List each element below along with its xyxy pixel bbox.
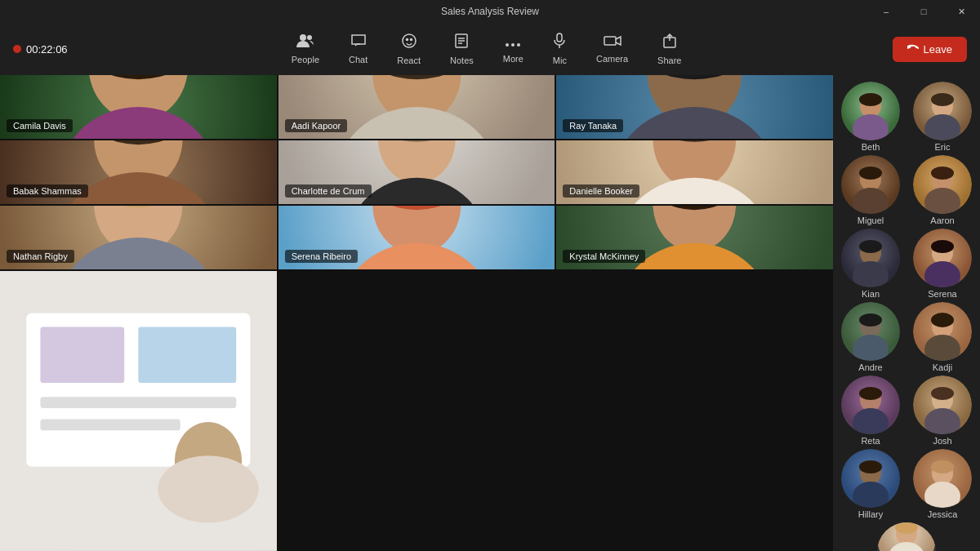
svg-point-95 [931, 387, 954, 400]
share-button[interactable]: Share [646, 28, 693, 70]
aadi-name: Aadi Kapoor [285, 119, 348, 132]
kian-name: Kian [862, 289, 880, 299]
ray-name: Ray Tanaka [563, 119, 623, 132]
svg-rect-52 [40, 398, 236, 409]
share-label: Share [657, 56, 681, 65]
video-cell-danielle[interactable]: Danielle Booker [556, 140, 833, 204]
notes-icon [454, 33, 469, 53]
more-icon [505, 34, 521, 51]
chat-label: Chat [349, 55, 368, 64]
sidebar-row-5: Reta Josh [836, 375, 977, 446]
babak-name: Babak Shammas [7, 184, 88, 198]
svg-point-55 [158, 455, 258, 522]
sidebar-participant-josh[interactable]: Josh [908, 375, 977, 446]
svg-point-3 [406, 39, 408, 41]
kian-avatar [841, 229, 900, 287]
screen-share-video [0, 271, 277, 551]
svg-point-0 [300, 34, 306, 41]
svg-point-7 [511, 43, 514, 47]
serena-name: Serena Ribeiro [285, 250, 358, 263]
andre-avatar [841, 302, 900, 361]
video-cell-krystal[interactable]: Krystal McKinney [556, 206, 833, 269]
sidebar-participant-kadji[interactable]: Kadji [908, 302, 977, 372]
sidebar-participant-miguel[interactable]: Miguel [836, 155, 905, 225]
leave-button[interactable]: Leave [893, 37, 967, 62]
close-button[interactable]: ✕ [942, 0, 980, 23]
share-icon [662, 33, 677, 53]
svg-point-103 [931, 460, 954, 473]
miguel-photo [841, 155, 900, 214]
window-title: Sales Analysis Review [441, 6, 539, 17]
recording-dot [13, 45, 21, 53]
sidebar-participant-reta[interactable]: Reta [836, 375, 905, 446]
svg-point-59 [859, 93, 882, 106]
people-button[interactable]: People [280, 29, 331, 69]
svg-point-63 [931, 93, 954, 106]
sidebar-row-4: Andre Kadji [836, 302, 977, 372]
sidebar-participant-kian[interactable]: Kian [836, 229, 905, 299]
svg-point-79 [931, 240, 954, 253]
eric-avatar [913, 82, 972, 140]
eric-name: Eric [935, 142, 951, 152]
serena-s-name: Serena [928, 289, 956, 299]
minimize-button[interactable]: – [867, 0, 905, 23]
sidebar-participant-beth[interactable]: Beth [836, 82, 905, 152]
toolbar-center: People Chat React Notes More [81, 28, 893, 70]
sidebar-participant-serena-s[interactable]: Serena [908, 229, 977, 299]
video-cell-screen[interactable] [0, 271, 277, 551]
sidebar-participant-eric[interactable]: Eric [908, 82, 977, 152]
krystal-name: Krystal McKinney [563, 250, 645, 263]
eric-photo [913, 82, 972, 140]
toolbar: 00:22:06 People Chat React Notes [0, 23, 980, 75]
svg-rect-10 [604, 37, 616, 45]
notes-label: Notes [450, 56, 474, 65]
react-icon [401, 33, 417, 53]
more-button[interactable]: More [492, 29, 535, 69]
video-cell-charlotte[interactable]: Charlotte de Crum [278, 140, 555, 204]
video-cell-camila[interactable]: Camila Davis [0, 75, 277, 139]
sidebar-participant-aaron[interactable]: Aaron [908, 155, 977, 225]
mic-button[interactable]: Mic [541, 28, 578, 70]
beth-name: Beth [862, 142, 880, 152]
svg-point-75 [859, 240, 882, 253]
camera-button[interactable]: Camera [585, 29, 639, 69]
sidebar: Beth Eric [833, 75, 980, 551]
sidebar-participant-andre[interactable]: Andre [836, 302, 905, 372]
kian-photo [841, 229, 900, 287]
sidebar-participant-jessica[interactable]: Jessica [908, 449, 977, 519]
video-cell-aadi[interactable]: Aadi Kapoor [278, 75, 555, 139]
camila-name: Camila Davis [7, 119, 73, 132]
beth-avatar [841, 82, 900, 140]
aaron-photo [913, 155, 972, 214]
notes-button[interactable]: Notes [439, 28, 485, 70]
timer-display: 00:22:06 [26, 43, 68, 56]
video-cell-nathan[interactable]: Nathan Rigby [0, 206, 277, 269]
chat-button[interactable]: Chat [337, 29, 379, 69]
jessica-avatar [913, 449, 972, 508]
camera-icon [604, 34, 621, 51]
reta-avatar [841, 375, 900, 434]
react-button[interactable]: React [385, 28, 432, 70]
main-content: Camila Davis Aadi Kapoor Ray Tanaka [0, 75, 980, 551]
sidebar-participant-extra[interactable] [836, 522, 977, 551]
mic-label: Mic [553, 56, 567, 65]
nathan-name: Nathan Rigby [7, 250, 74, 263]
video-cell-ray[interactable]: Ray Tanaka [556, 75, 833, 139]
reta-photo [841, 375, 900, 434]
miguel-avatar [841, 155, 900, 214]
video-cell-babak[interactable]: Babak Shammas [0, 140, 277, 204]
maximize-button[interactable]: □ [905, 0, 942, 23]
sidebar-participant-hillary[interactable]: Hillary [836, 449, 905, 519]
svg-point-8 [517, 43, 520, 47]
svg-rect-53 [40, 420, 180, 431]
aaron-avatar [913, 155, 972, 214]
svg-point-6 [506, 43, 509, 47]
josh-photo [913, 375, 972, 434]
josh-name: Josh [933, 436, 951, 446]
extra-avatar [877, 522, 936, 551]
people-icon [296, 33, 314, 52]
video-cell-serena[interactable]: Serena Ribeiro [278, 206, 555, 269]
sidebar-row-7 [836, 522, 977, 551]
svg-point-1 [307, 35, 312, 40]
svg-rect-9 [557, 33, 562, 42]
